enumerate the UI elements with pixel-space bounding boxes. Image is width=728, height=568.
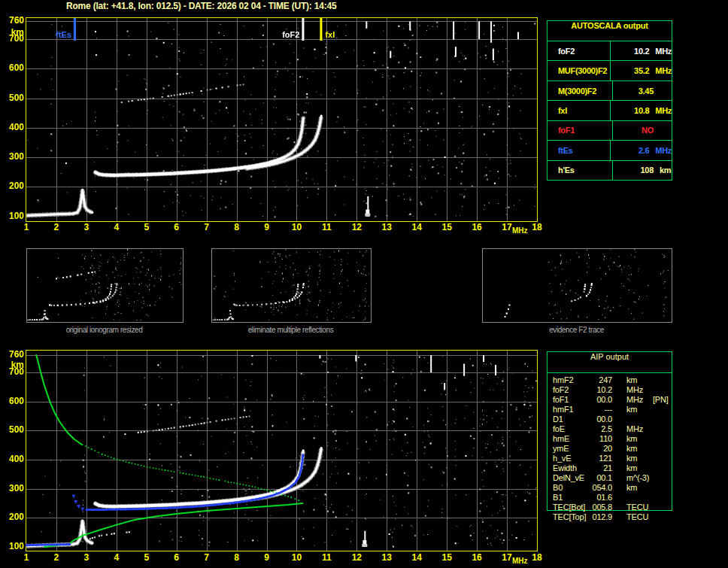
x-tick-label: 1 bbox=[17, 553, 36, 563]
aip-row-label: h_vE bbox=[553, 454, 589, 463]
aip-table-title: AIP output bbox=[548, 352, 672, 373]
aip-row: foE2.5MHz bbox=[553, 424, 672, 434]
x-tick-label: 13 bbox=[377, 223, 396, 232]
aip-row-label: TEC[Bot] bbox=[553, 503, 589, 512]
autoscala-row-label: foF1 bbox=[548, 121, 613, 140]
x-tick-label: 1 bbox=[17, 223, 36, 232]
x-tick-label: 16 bbox=[467, 553, 487, 563]
x-tick-label: 9 bbox=[257, 553, 277, 563]
x-tick-label: 13 bbox=[377, 553, 396, 563]
aip-row: B101.6 bbox=[553, 493, 672, 503]
ftEs-marker-label: ftEs bbox=[56, 30, 71, 39]
aip-row-unit: km bbox=[626, 375, 652, 385]
aip-row: ymE20km bbox=[553, 444, 672, 454]
autoscala-row-unit: MHz bbox=[655, 66, 672, 75]
x-tick-label: 12 bbox=[347, 223, 366, 232]
autoscala-row-label: h'Es bbox=[548, 161, 613, 180]
x-tick-label: 14 bbox=[407, 553, 426, 563]
aip-row: hmE110km bbox=[553, 434, 672, 444]
x-tick-label: 2 bbox=[47, 553, 66, 563]
aip-row-value: 054.0 bbox=[589, 483, 612, 493]
x-tick-label: 16 bbox=[467, 223, 487, 232]
thumbnail-eliminate-canvas bbox=[212, 249, 369, 320]
autoscala-row-label: fxI bbox=[548, 101, 611, 120]
x-axis-unit-bottom: MHz bbox=[512, 557, 528, 565]
y-tick-label: 100 bbox=[0, 211, 24, 221]
aip-row-unit: km bbox=[626, 454, 652, 463]
x-axis-unit-top: MHz bbox=[512, 226, 528, 235]
aip-row-label: DelN_vE bbox=[553, 473, 589, 483]
y-tick-label: 400 bbox=[0, 123, 24, 132]
y-tick-label: 200 bbox=[0, 512, 24, 522]
y-tick-label: 760 bbox=[0, 16, 24, 26]
aip-row-value: 00.0 bbox=[589, 415, 612, 424]
x-tick-label: 8 bbox=[227, 553, 247, 563]
x-tick-label: 6 bbox=[167, 223, 187, 232]
aip-row-label: hmF1 bbox=[553, 405, 589, 415]
autoscala-row: M(3000)F23.45 bbox=[548, 80, 672, 100]
autoscala-window: { "title": "Rome (lat: +41.8, lon: 012.5… bbox=[0, 0, 728, 568]
x-tick-label: 9 bbox=[257, 223, 277, 232]
thumbnail-caption-evidence: evidence F2 trace bbox=[482, 326, 671, 334]
autoscala-row-unit: MHz bbox=[655, 106, 672, 115]
x-tick-label: 3 bbox=[77, 553, 96, 563]
thumbnail-caption-original: original ionogram resized bbox=[26, 326, 182, 334]
x-tick-label: 14 bbox=[407, 223, 426, 232]
thumbnail-evidence-f2 bbox=[482, 248, 672, 323]
aip-row-label: hmF2 bbox=[553, 375, 589, 385]
ionogram-plot-bottom bbox=[26, 350, 538, 551]
x-tick-label: 11 bbox=[317, 553, 336, 563]
aip-row-unit: m^(-3) bbox=[626, 473, 652, 483]
aip-row-value: 10.2 bbox=[589, 385, 612, 395]
autoscala-row-unit: MHz bbox=[655, 47, 672, 56]
autoscala-row-label: foF2 bbox=[548, 41, 611, 60]
aip-row-value: 21 bbox=[589, 463, 612, 473]
x-tick-label: 4 bbox=[107, 553, 126, 563]
y-tick-label: 300 bbox=[0, 152, 24, 162]
aip-row-value: 110 bbox=[589, 434, 612, 444]
x-tick-label: 5 bbox=[137, 553, 156, 563]
aip-row-note: [PN] bbox=[653, 395, 669, 405]
aip-row-label: ymE bbox=[553, 444, 589, 454]
y-tick-label: 200 bbox=[0, 181, 24, 191]
aip-row-unit: TECU bbox=[626, 512, 652, 522]
aip-row-unit: km bbox=[626, 444, 652, 454]
autoscala-table-title: AUTOSCALA output bbox=[548, 21, 672, 41]
x-tick-label: 18 bbox=[527, 553, 547, 563]
x-tick-label: 2 bbox=[47, 223, 66, 232]
aip-row-unit bbox=[626, 415, 652, 424]
autoscala-row: foF1NO bbox=[548, 120, 672, 140]
aip-row: Ewidth21km bbox=[553, 463, 672, 473]
aip-row-label: Ewidth bbox=[553, 463, 589, 473]
aip-row: foF210.2MHz bbox=[553, 385, 672, 395]
ionogram-plot-top bbox=[26, 17, 538, 222]
y-axis-unit-top: km bbox=[0, 27, 24, 38]
aip-row-label: foF2 bbox=[553, 385, 589, 395]
aip-row-unit bbox=[626, 493, 652, 503]
autoscala-row: MUF(3000)F235.2MHz bbox=[548, 60, 672, 80]
autoscala-output-table: AUTOSCALA output foF210.2MHzMUF(3000)F23… bbox=[547, 20, 672, 181]
aip-row-unit: km bbox=[626, 483, 652, 493]
autoscala-row-unit: MHz bbox=[655, 146, 672, 155]
y-tick-label: 500 bbox=[0, 93, 24, 103]
aip-row-value: 2.5 bbox=[589, 424, 612, 434]
y-tick-label: 300 bbox=[0, 484, 24, 494]
x-tick-label: 15 bbox=[437, 553, 457, 563]
x-tick-label: 7 bbox=[197, 553, 217, 563]
fxI-marker-label: fxI bbox=[325, 30, 335, 39]
autoscala-row-unit: km bbox=[660, 166, 671, 175]
aip-row-value: 00.0 bbox=[589, 395, 612, 405]
x-tick-label: 5 bbox=[137, 223, 156, 232]
autoscala-row: h'Es108km bbox=[548, 160, 672, 180]
x-tick-label: 12 bbox=[347, 553, 366, 563]
page-title: Rome (lat: +41.8, lon: 012.5) - DATE: 20… bbox=[66, 1, 337, 11]
autoscala-row: foF210.2MHz bbox=[548, 41, 672, 60]
autoscala-table-rows: foF210.2MHzMUF(3000)F235.2MHzM(3000)F23.… bbox=[548, 41, 672, 180]
autoscala-row-value: 10.2 bbox=[617, 47, 650, 56]
aip-output-table: AIP output hmF2247kmfoF210.2MHzfoF100.0M… bbox=[547, 351, 672, 511]
aip-row-value: 247 bbox=[589, 375, 612, 385]
aip-row-value: 00.1 bbox=[589, 473, 612, 483]
aip-row-label: foE bbox=[553, 424, 589, 434]
autoscala-row-value: NO bbox=[619, 126, 654, 135]
x-tick-label: 4 bbox=[107, 223, 126, 232]
